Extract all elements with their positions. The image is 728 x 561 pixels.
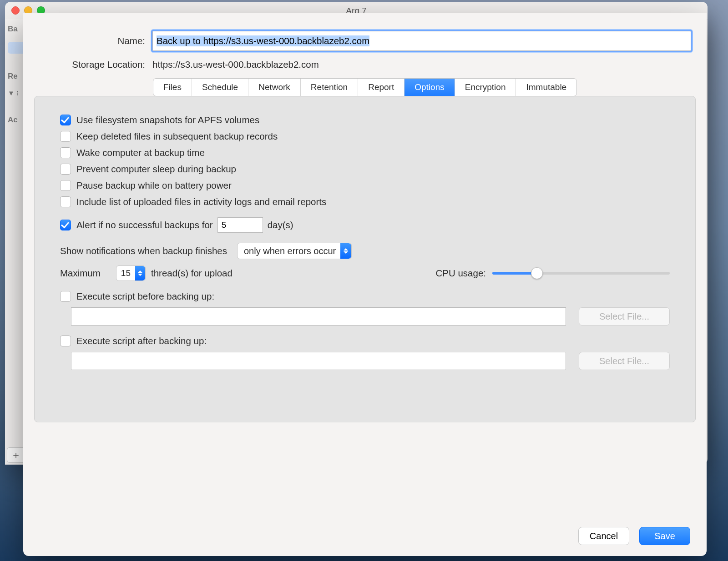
add-button[interactable]: ＋ <box>7 447 25 463</box>
tab-immutable[interactable]: Immutable <box>516 79 576 96</box>
tab-network[interactable]: Network <box>248 79 301 96</box>
close-icon[interactable] <box>11 6 20 15</box>
checkbox-label: Include list of uploaded files in activi… <box>76 196 326 207</box>
checkbox[interactable] <box>60 220 71 230</box>
slider-knob[interactable] <box>531 267 543 279</box>
options-panel: Use filesystem snapshots for APFS volume… <box>34 96 696 422</box>
max-threads-label: Maximum <box>60 268 101 279</box>
tab-bar: FilesScheduleNetworkRetentionReportOptio… <box>23 78 707 96</box>
cpu-usage-label: CPU usage: <box>435 268 486 279</box>
opt-notifications: Show notifications when backup finishes … <box>60 243 670 259</box>
exec-before-path-input[interactable] <box>71 307 566 326</box>
select-file-after-button[interactable]: Select File... <box>579 352 670 370</box>
checkbox[interactable] <box>60 131 71 142</box>
select-value: only when errors occur <box>244 246 340 256</box>
tab-report[interactable]: Report <box>358 79 404 96</box>
name-row: Name: <box>39 13 691 51</box>
save-button[interactable]: Save <box>639 527 690 545</box>
opt-exec-before: Execute script before backing up: <box>60 291 670 302</box>
select-value: 15 <box>121 268 135 278</box>
opt-prevent-sleep: Prevent computer sleep during backup <box>60 164 670 175</box>
opt-use-snapshots: Use filesystem snapshots for APFS volume… <box>60 115 670 125</box>
cpu-usage-slider[interactable] <box>492 272 670 275</box>
exec-after-row: Select File... <box>60 352 670 370</box>
checkbox-label: Execute script after backing up: <box>76 336 207 346</box>
checkbox[interactable] <box>60 115 71 125</box>
exec-after-path-input[interactable] <box>71 352 566 370</box>
chevron-updown-icon <box>340 243 351 259</box>
checkbox-label: Prevent computer sleep during backup <box>76 164 236 175</box>
checkbox-label: Wake computer at backup time <box>76 147 205 158</box>
opt-include-list: Include list of uploaded files in activi… <box>60 196 670 207</box>
location-row: Storage Location: https://s3.us-west-000… <box>39 59 691 70</box>
checkbox[interactable] <box>60 180 71 191</box>
footer-buttons: Cancel Save <box>578 527 690 545</box>
checkbox-label: Pause backup while on battery power <box>76 180 232 191</box>
chevron-updown-icon <box>135 266 145 280</box>
cancel-button[interactable]: Cancel <box>578 527 629 545</box>
tab-options[interactable]: Options <box>404 79 455 96</box>
notifications-select[interactable]: only when errors occur <box>237 243 352 259</box>
threads-and-cpu-row: Maximum 15 thread(s) for upload CPU usag… <box>60 265 670 281</box>
alert-days-input[interactable] <box>217 217 263 233</box>
tab-schedule[interactable]: Schedule <box>192 79 248 96</box>
tab-files[interactable]: Files <box>153 79 192 96</box>
opt-wake-computer: Wake computer at backup time <box>60 147 670 158</box>
opt-alert-no-backup: Alert if no successful backups for day(s… <box>60 217 670 233</box>
location-value: https://s3.us-west-000.backblazeb2.com <box>152 59 691 70</box>
select-file-before-button[interactable]: Select File... <box>579 307 670 326</box>
max-threads-select[interactable]: 15 <box>116 265 146 281</box>
opt-pause-battery: Pause backup while on battery power <box>60 180 670 191</box>
tab-encryption[interactable]: Encryption <box>455 79 516 96</box>
name-input[interactable] <box>152 31 691 51</box>
tab-retention[interactable]: Retention <box>301 79 358 96</box>
opt-exec-after: Execute script after backing up: <box>60 336 670 346</box>
checkbox[interactable] <box>60 336 71 346</box>
opt-keep-deleted: Keep deleted files in subsequent backup … <box>60 131 670 142</box>
location-label: Storage Location: <box>39 59 152 70</box>
label-suffix: day(s) <box>268 220 293 230</box>
checkbox[interactable] <box>60 196 71 207</box>
notifications-label: Show notifications when backup finishes <box>60 245 227 256</box>
checkbox[interactable] <box>60 147 71 158</box>
exec-before-row: Select File... <box>60 307 670 326</box>
max-threads-suffix: thread(s) for upload <box>151 268 233 279</box>
checkbox-label: Execute script before backing up: <box>76 291 214 302</box>
checkbox-label: Alert if no successful backups for <box>76 220 213 230</box>
checkbox[interactable] <box>60 164 71 175</box>
checkbox-label: Use filesystem snapshots for APFS volume… <box>76 115 259 125</box>
checkbox[interactable] <box>60 291 71 302</box>
name-label: Name: <box>39 35 152 46</box>
settings-sheet: Name: Storage Location: https://s3.us-we… <box>23 13 707 556</box>
checkbox-label: Keep deleted files in subsequent backup … <box>76 131 278 142</box>
